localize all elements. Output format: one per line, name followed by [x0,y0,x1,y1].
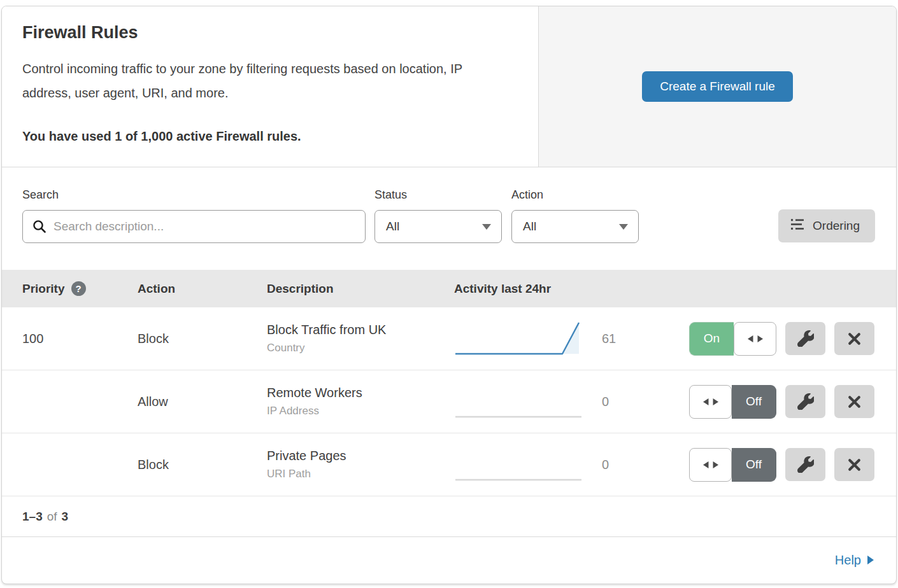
action-select[interactable]: All [511,210,639,243]
left-right-arrows-icon [703,397,718,407]
right-arrow-icon [867,555,874,565]
help-link[interactable]: Help [835,553,874,568]
delete-rule-button[interactable] [834,322,874,355]
action-label: Action [511,188,639,202]
chevron-down-icon [619,224,628,230]
toggle-state-label: Off [732,385,776,419]
page-title: Firewall Rules [22,23,513,43]
left-right-arrows-icon [703,460,718,470]
firewall-rules-page: Firewall Rules Control incoming traffic … [1,6,897,584]
activity-count: 0 [602,395,609,409]
ordering-button[interactable]: Ordering [778,209,875,242]
page-description: Control incoming traffic to your zone by… [22,57,513,105]
rule-priority: 100 [22,332,138,346]
rule-action: Allow [138,395,267,409]
toggle-knob[interactable] [689,385,732,419]
delete-rule-button[interactable] [834,385,874,418]
help-bar: Help [2,537,896,583]
rule-controls: On [658,322,896,356]
rule-action: Block [138,458,267,472]
activity-count: 0 [602,458,609,472]
wrench-icon [797,456,814,473]
search-label: Search [22,188,366,202]
filter-bar: Search Status All [2,167,896,270]
ordering-list-icon [791,218,805,234]
activity-sparkline [454,318,585,359]
rule-activity-cell: 61 [454,318,658,359]
rule-enabled-toggle[interactable]: On [689,322,776,356]
rule-description: Remote Workers IP Address [267,386,454,417]
left-right-arrows-icon [748,334,763,344]
header-action-panel: Create a Firewall rule [539,6,896,167]
table-row: Allow Remote Workers IP Address 0 Off [2,370,896,433]
rule-type: URI Path [267,468,454,480]
toggle-knob[interactable] [689,448,732,482]
wrench-icon [797,330,814,347]
rule-description-title: Private Pages [267,449,454,463]
status-label: Status [374,188,502,202]
activity-sparkline [454,381,585,422]
priority-help-icon[interactable]: ? [71,281,86,296]
column-header-action: Action [138,282,267,296]
close-icon [846,394,862,410]
status-selected-value: All [386,220,399,234]
table-header-row: Priority ? Action Description Activity l… [2,270,896,307]
activity-sparkline [454,444,585,485]
rule-type: Country [267,342,454,354]
column-header-description: Description [267,282,454,296]
toggle-state-label: On [689,322,734,356]
usage-note: You have used 1 of 1,000 active Firewall… [22,129,513,144]
page-header: Firewall Rules Control incoming traffic … [2,6,896,167]
close-icon [846,457,862,473]
toggle-state-label: Off [732,448,776,482]
pagination-total: 3 [62,510,69,524]
pagination-bar: 1–3 of 3 [2,496,896,537]
rule-description: Private Pages URI Path [267,449,454,480]
rule-description-title: Block Traffic from UK [267,323,454,337]
rule-controls: Off [658,448,896,482]
edit-rule-button[interactable] [785,322,825,355]
search-icon [32,219,47,237]
status-select[interactable]: All [374,210,502,243]
rule-activity-cell: 0 [454,444,658,485]
rule-controls: Off [658,385,896,419]
help-link-label: Help [835,553,861,568]
search-input[interactable] [22,210,366,243]
ordering-button-label: Ordering [813,219,860,233]
toggle-knob[interactable] [734,322,776,356]
activity-count: 61 [602,332,616,346]
pagination-range: 1–3 [22,510,43,524]
rule-activity-cell: 0 [454,381,658,422]
edit-rule-button[interactable] [785,385,825,418]
rule-action: Block [138,332,267,346]
column-header-priority: Priority ? [22,281,138,296]
rule-description-title: Remote Workers [267,386,454,400]
table-row: 100 Block Block Traffic from UK Country … [2,307,896,370]
column-header-activity: Activity last 24hr [454,282,658,296]
edit-rule-button[interactable] [785,448,825,481]
pagination-of: of [47,510,57,524]
action-selected-value: All [523,220,536,234]
create-firewall-rule-button[interactable]: Create a Firewall rule [642,71,793,102]
rule-description: Block Traffic from UK Country [267,323,454,354]
rule-enabled-toggle[interactable]: Off [689,448,776,482]
rule-enabled-toggle[interactable]: Off [689,385,776,419]
delete-rule-button[interactable] [834,448,874,481]
header-text-block: Firewall Rules Control incoming traffic … [2,6,539,167]
close-icon [846,331,862,347]
table-row: Block Private Pages URI Path 0 Off [2,433,896,496]
wrench-icon [797,393,814,410]
rule-type: IP Address [267,405,454,417]
chevron-down-icon [482,224,491,230]
